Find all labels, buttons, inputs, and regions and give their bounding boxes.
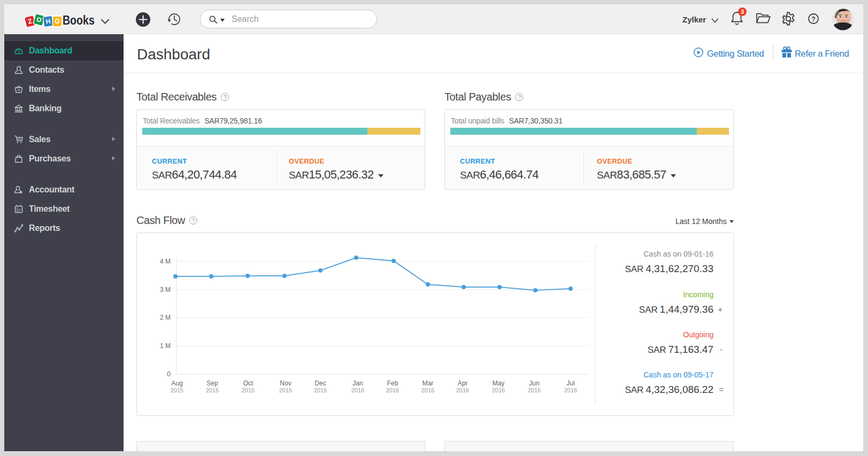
svg-text:1 M: 1 M	[160, 342, 171, 350]
svg-text:4 M: 4 M	[160, 258, 171, 265]
svg-text:2015: 2015	[279, 387, 292, 393]
svg-text:2016: 2016	[528, 387, 541, 393]
svg-text:2016: 2016	[421, 387, 434, 393]
svg-text:2015: 2015	[242, 387, 255, 393]
svg-text:Apr: Apr	[458, 380, 468, 387]
svg-text:2016: 2016	[351, 387, 364, 393]
svg-text:0: 0	[167, 370, 171, 378]
svg-text:Jun: Jun	[529, 380, 539, 387]
svg-text:Sep: Sep	[206, 380, 218, 387]
svg-text:2015: 2015	[314, 387, 327, 393]
svg-text:2 M: 2 M	[160, 314, 171, 321]
svg-text:Feb: Feb	[387, 380, 398, 387]
svg-text:?: ?	[811, 16, 815, 23]
svg-text:2016: 2016	[492, 387, 505, 393]
svg-text:May: May	[493, 380, 505, 387]
svg-text:Jan: Jan	[352, 380, 363, 387]
svg-text:2016: 2016	[456, 387, 469, 393]
svg-text:Oct: Oct	[243, 380, 254, 387]
svg-text:2016: 2016	[386, 387, 399, 393]
svg-text:Nov: Nov	[280, 380, 291, 387]
svg-text:Mar: Mar	[423, 380, 434, 387]
svg-text:2015: 2015	[171, 387, 183, 393]
svg-text:3 M: 3 M	[160, 286, 171, 293]
svg-text:2015: 2015	[206, 387, 219, 393]
svg-text:Aug: Aug	[171, 380, 182, 387]
svg-text:Dec: Dec	[314, 380, 326, 387]
svg-text:Jul: Jul	[566, 380, 574, 387]
svg-text:2016: 2016	[564, 387, 577, 393]
